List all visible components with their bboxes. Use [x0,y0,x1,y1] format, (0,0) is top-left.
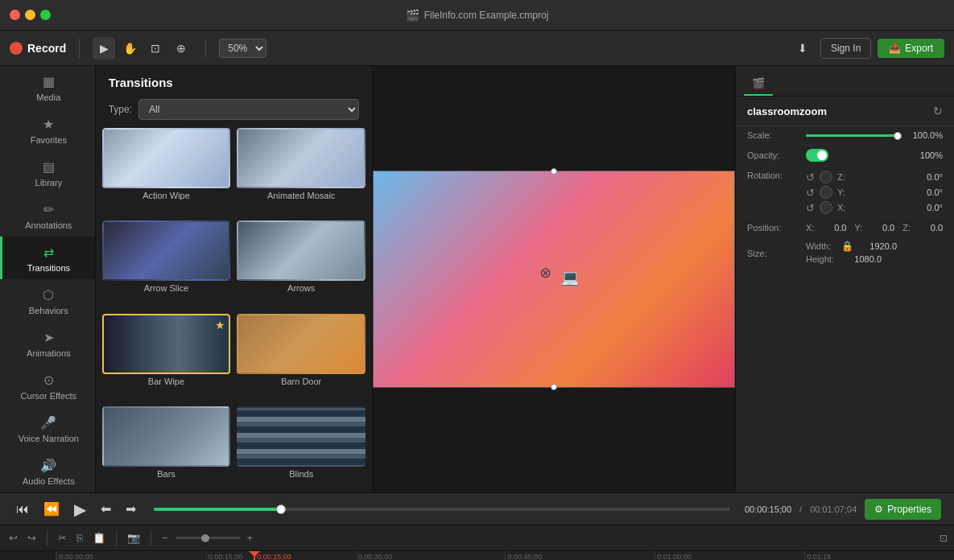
crop-tool-button[interactable]: ⊡ [144,37,167,60]
tl-zoom-slider[interactable] [176,537,240,539]
zoom-select[interactable]: 50% [219,39,266,58]
window-title: 🎬 FileInfo.com Example.cmproj [406,9,549,22]
scale-slider-fill [806,134,898,137]
tl-separator-1 [47,531,47,546]
step-back-button[interactable]: ⏪ [40,498,63,520]
zoom-in-button[interactable]: + [245,529,256,546]
opacity-toggle[interactable] [806,149,828,162]
transition-action-wipe[interactable]: Action Wipe [102,128,231,214]
snapshot-button[interactable]: 📷 [125,529,142,546]
rotation-y-icon[interactable]: ↺ [806,187,815,199]
action-wipe-thumb [102,128,231,188]
transform-tool-button[interactable]: ⊕ [170,37,192,60]
transition-bar-wipe[interactable]: ★ Bar Wipe [102,314,231,400]
redo-button[interactable]: ↪ [25,529,39,546]
sidebar-item-media[interactable]: ▦ Media [0,66,95,109]
sidebar-item-voice-narration[interactable]: 🎤 Voice Narration [0,407,95,450]
transitions-panel: Transitions Type: All 2D 3D Special Acti… [96,66,373,492]
sidebar-item-audio-effects[interactable]: 🔊 Audio Effects [0,450,95,492]
handle-top-center[interactable] [551,168,557,175]
refresh-icon[interactable]: ↻ [933,105,943,117]
titlebar: 🎬 FileInfo.com Example.cmproj [0,0,954,31]
sidebar-item-behaviors[interactable]: ⬡ Behaviors [0,279,95,322]
cursor-tool-button[interactable]: ▶ [93,37,115,60]
opacity-slider-container [806,149,898,162]
skip-back-button[interactable]: ⏮ [13,499,32,520]
maximize-button[interactable] [40,10,51,20]
playback-progress-thumb[interactable] [276,504,286,514]
sidebar-item-cursor-effects[interactable]: ⊙ Cursor Effects [0,364,95,407]
step-forward-button[interactable]: ⬅ [97,498,114,520]
bars-label: Bars [157,467,176,483]
timeline-ruler: 0:00:00;00 0:00:15;00 0:00:30;00 0:00:45… [56,551,954,560]
rotation-x-axis: X: [837,203,850,212]
export-button[interactable]: 📤 Export [878,39,944,58]
sidebar-item-favorites[interactable]: ★ Favorites [0,109,95,151]
position-z-field: Z: 0.0 [902,223,943,233]
tl-separator-2 [116,531,117,546]
paste-button[interactable]: 📋 [90,529,108,546]
ruler-mark-4: 0:01:00;00 [655,551,804,560]
zoom-out-button[interactable]: − [159,529,171,546]
tl-separator-3 [151,531,151,546]
main-area: ▦ Media ★ Favorites ▤ Library ✏ Annotati… [0,66,954,492]
properties-name: classroomzoom [747,105,827,117]
toolbar-tools: ▶ ✋ ⊡ ⊕ [93,37,192,60]
playback-progress[interactable] [154,508,730,511]
transition-blinds[interactable]: Blinds [237,406,365,492]
position-z-axis: Z: [902,223,911,233]
rotation-z-circle[interactable] [820,171,832,183]
undo-button[interactable]: ↩ [6,529,20,546]
sidebar-item-animations[interactable]: ➤ Animations [0,322,95,364]
record-button[interactable]: Record [10,42,66,55]
expand-icon[interactable]: ⊡ [940,533,948,544]
rotation-x-circle[interactable] [820,201,832,214]
sidebar-item-transitions[interactable]: ⇄ Transitions [0,237,95,279]
rotation-label: Rotation: [747,171,799,180]
transition-barn-door[interactable]: Barn Door [237,314,365,400]
signin-button[interactable]: Sign In [820,38,871,59]
rotation-x-icon[interactable]: ↺ [806,202,815,214]
rotation-z-value: 0.0° [855,172,943,182]
rotation-y-row: ↺ Y: 0.0° [806,186,943,199]
lock-icon[interactable]: 🔒 [841,241,853,252]
animated-mosaic-thumb [237,128,365,188]
hand-tool-button[interactable]: ✋ [118,37,141,60]
transition-bars[interactable]: Bars [102,406,231,492]
action-wipe-label: Action Wipe [142,188,190,204]
transition-arrows[interactable]: Arrows [237,220,365,307]
download-button[interactable]: ⬇ [791,37,814,60]
transition-arrow-slice[interactable]: Arrow Slice [102,220,231,307]
rotation-z-icon[interactable]: ↺ [806,171,815,183]
sidebar-item-annotations[interactable]: ✏ Annotations [0,194,95,237]
playback-total-time: 00:01:07;04 [810,504,857,514]
skip-forward-button[interactable]: ➡ [122,498,139,520]
toolbar-right: ⬇ Sign In 📤 Export [791,37,944,60]
scale-slider[interactable] [806,134,898,137]
arrow-slice-thumb [102,220,231,281]
gear-icon: ⚙ [874,504,883,515]
transitions-icon: ⇄ [43,245,54,260]
blinds-label: Blinds [289,467,313,483]
sidebar-item-library[interactable]: ▤ Library [0,151,95,194]
rotation-row: Rotation: ↺ Z: 0.0° ↺ Y: 0.0° ↺ X: [736,167,954,219]
transition-animated-mosaic[interactable]: Animated Mosaic [237,128,365,214]
position-y-axis: Y: [854,223,862,233]
playback-current-time: 00:00:15;00 [745,504,791,514]
scale-slider-thumb[interactable] [894,132,902,140]
copy-button[interactable]: ⎘ [74,529,85,546]
play-button[interactable]: ▶ [71,496,89,522]
type-select[interactable]: All 2D 3D Special [138,99,359,120]
properties-button[interactable]: ⚙ Properties [865,499,941,520]
tab-film[interactable]: 🎬 [744,72,773,96]
timeline-playhead[interactable] [254,551,255,560]
tl-zoom-thumb[interactable] [201,534,209,542]
star-badge: ★ [215,319,225,331]
cut-button[interactable]: ✂ [56,529,69,546]
timeline-ruler-marks: 0:00:00;00 0:00:15;00 0:00:30;00 0:00:45… [56,551,954,560]
rotation-z-row: ↺ Z: 0.0° [806,171,943,183]
rotation-y-circle[interactable] [820,186,832,199]
handle-bottom-center[interactable] [551,384,557,390]
minimize-button[interactable] [25,10,35,20]
close-button[interactable] [10,10,20,20]
